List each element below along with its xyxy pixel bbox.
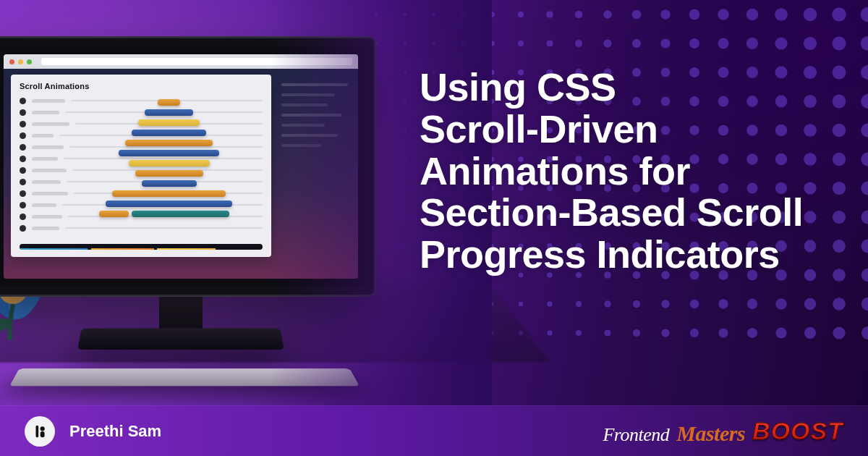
svg-point-45 [632,39,641,48]
svg-point-208 [661,300,669,308]
svg-point-212 [775,298,786,309]
svg-point-34 [832,7,846,22]
svg-point-143 [861,181,868,195]
title-line: Section-Based Scroll [420,192,825,234]
svg-point-19 [404,13,407,17]
svg-point-222 [547,330,552,335]
page-heading: Scroll Animations [20,82,263,90]
svg-point-224 [604,329,610,336]
svg-point-211 [747,299,757,309]
svg-rect-239 [36,425,39,437]
svg-point-106 [833,124,846,138]
svg-point-33 [804,8,817,22]
keyboard [9,368,359,386]
svg-point-88 [833,95,846,109]
svg-point-196 [833,269,846,282]
svg-point-21 [461,12,466,17]
browser-page: Scroll Animations [11,75,271,257]
browser-chrome [4,54,358,69]
svg-point-41 [518,41,524,46]
svg-point-160 [833,211,846,224]
svg-point-215 [861,297,868,311]
svg-point-51 [804,37,817,50]
svg-point-49 [746,38,758,49]
brand-frontend: Frontend [603,424,669,446]
svg-point-50 [775,37,787,49]
svg-point-226 [661,329,669,337]
brand-boost: BOOST [752,417,843,445]
svg-point-29 [689,9,700,20]
title-line: Animations for [420,151,825,193]
svg-point-22 [489,12,495,17]
svg-point-25 [575,11,583,19]
svg-point-233 [861,326,868,339]
monitor-stand-neck [159,295,203,333]
svg-point-52 [832,36,846,50]
progress-bar [20,244,263,250]
svg-point-44 [603,39,611,47]
svg-point-207 [633,300,640,308]
svg-point-213 [804,298,816,310]
svg-point-214 [833,297,845,310]
og-card: Scroll Animations [0,0,868,456]
svg-point-227 [690,329,699,337]
monitor: Scroll Animations [0,36,376,297]
monitor-stand-base [77,329,284,350]
svg-point-228 [718,328,728,337]
svg-point-30 [718,9,729,20]
brand-masters: Masters [676,421,745,446]
author-name: Preethi Sam [69,422,161,441]
svg-point-27 [632,10,642,20]
title-line: Scroll-Driven [420,109,825,151]
svg-point-42 [546,40,553,46]
svg-point-231 [804,327,816,339]
svg-point-210 [718,299,728,308]
svg-point-70 [833,66,846,80]
title-line: Using CSS [420,67,825,109]
svg-point-26 [603,10,612,19]
svg-point-204 [547,301,552,306]
svg-point-124 [833,153,846,166]
svg-point-230 [775,327,786,338]
svg-point-161 [861,211,869,224]
svg-point-39 [461,41,465,46]
svg-point-47 [689,38,699,48]
svg-point-240 [41,426,45,431]
svg-point-28 [660,9,671,20]
svg-point-206 [604,300,610,307]
svg-point-20 [432,12,436,17]
svg-point-40 [489,41,494,46]
svg-rect-241 [41,431,45,437]
title-line: Progress Indicators [420,234,825,276]
svg-point-53 [861,36,868,51]
svg-point-89 [861,94,868,109]
article-title: Using CSS Scroll-Driven Animations for S… [420,67,825,276]
svg-point-35 [861,7,868,22]
svg-point-209 [690,300,699,308]
svg-point-107 [861,123,868,138]
svg-point-23 [518,12,524,18]
svg-point-205 [576,301,582,307]
svg-point-48 [718,38,728,48]
svg-point-179 [861,240,868,253]
svg-point-197 [861,269,868,282]
svg-point-31 [746,9,759,21]
svg-point-225 [633,329,640,337]
svg-point-178 [833,240,846,253]
svg-point-125 [861,152,868,166]
svg-point-142 [833,182,846,195]
svg-point-223 [576,330,582,336]
svg-point-203 [519,302,523,306]
brand-lockup: Frontend Masters BOOST [603,417,843,445]
svg-point-232 [833,326,845,339]
svg-point-229 [747,328,757,338]
svg-point-18 [375,13,378,16]
svg-point-43 [575,40,582,47]
svg-point-71 [861,65,868,80]
avatar-glyph-icon [32,423,48,439]
svg-point-46 [660,38,670,48]
svg-point-32 [775,8,788,21]
svg-point-24 [546,11,553,18]
hero-illustration: Scroll Animations [0,22,434,398]
footer-bar: Preethi Sam Frontend Masters BOOST [0,405,868,456]
